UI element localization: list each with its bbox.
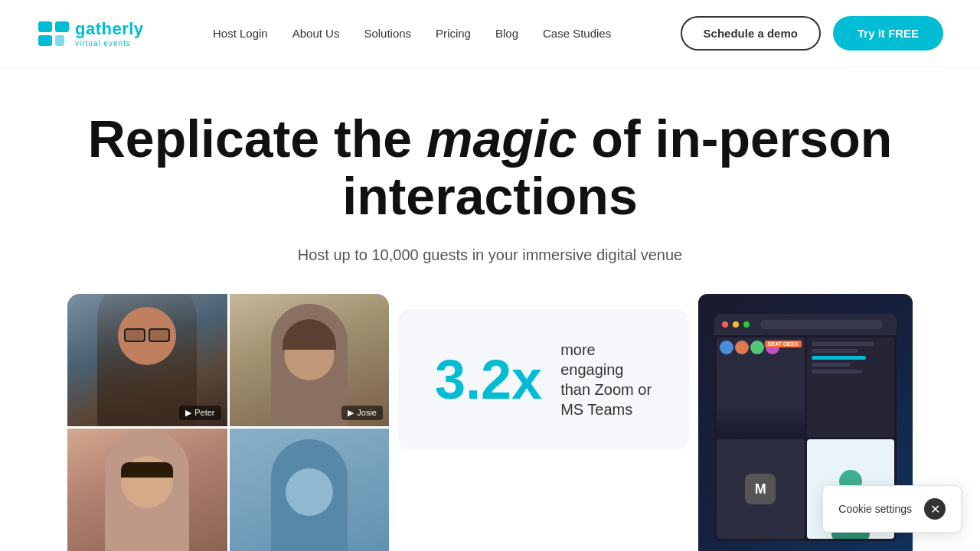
chat-line-4 xyxy=(812,363,851,367)
avatar-2 xyxy=(735,341,749,354)
nav-pricing[interactable]: Pricing xyxy=(436,27,471,40)
photo-person4 xyxy=(230,429,390,551)
stats-number: 3.2x xyxy=(435,352,542,407)
chat-line-1 xyxy=(812,342,874,346)
chat-line-3 xyxy=(812,356,867,360)
nav-blog[interactable]: Blog xyxy=(495,27,518,40)
hero-section: Replicate the magic of in-personinteract… xyxy=(0,67,980,294)
participant-panel: M xyxy=(717,439,805,539)
headline-italic: magic xyxy=(426,109,577,168)
name-tag-peter: ▶Peter xyxy=(179,406,220,420)
hero-headline: Replicate the magic of in-personinteract… xyxy=(31,110,949,225)
address-bar xyxy=(760,320,883,329)
cookie-banner: Cookie settings ✕ xyxy=(822,485,962,533)
name-tag-josie: ▶Josie xyxy=(341,406,383,420)
dot-red xyxy=(722,321,728,328)
dot-green xyxy=(743,321,750,328)
seat-geek-badge: SEAT GEEK xyxy=(765,341,802,347)
logo-sub: virtual events xyxy=(75,39,144,47)
svg-rect-2 xyxy=(38,35,52,46)
nav-host-login[interactable]: Host Login xyxy=(213,27,268,40)
photo-grid: ▶Peter ▶Josie xyxy=(67,294,389,551)
chat-line-5 xyxy=(812,370,863,373)
schedule-demo-button[interactable]: Schedule a demo xyxy=(681,16,821,51)
nav-links: Host Login About Us Solutions Pricing Bl… xyxy=(213,27,611,40)
stats-card: 3.2x more engaging than Zoom or MS Teams xyxy=(398,309,689,450)
avatar-3 xyxy=(750,341,764,354)
svg-rect-3 xyxy=(55,35,64,46)
cookie-label: Cookie settings xyxy=(838,503,912,515)
dot-yellow xyxy=(733,321,739,328)
avatar-1 xyxy=(720,341,733,354)
nav-about-us[interactable]: About Us xyxy=(292,27,340,40)
gradient-overlay xyxy=(717,406,805,437)
chat-panel xyxy=(807,337,895,437)
headline-before: Replicate the xyxy=(88,109,412,168)
headline-after: of in-personinteractions xyxy=(342,109,892,225)
nav-case-studies[interactable]: Case Studies xyxy=(543,27,611,40)
m-avatar: M xyxy=(745,474,776,504)
logo-link[interactable]: gatherly virtual events xyxy=(37,19,144,47)
logo-icon xyxy=(37,20,70,47)
venue-panel: SEAT GEEK xyxy=(717,337,805,437)
nav-ctas: Schedule a demo Try it FREE xyxy=(681,16,943,51)
cookie-close-button[interactable]: ✕ xyxy=(924,498,946,520)
hero-subtext: Host up to 10,000 guests in your immersi… xyxy=(31,243,949,266)
photo-peter: ▶Peter xyxy=(67,294,227,427)
chat-line-2 xyxy=(812,349,859,353)
nav-solutions[interactable]: Solutions xyxy=(364,27,411,40)
logo-brand: gatherly xyxy=(75,19,144,39)
screen-header xyxy=(714,314,897,335)
svg-rect-0 xyxy=(38,21,52,32)
photo-person3 xyxy=(67,429,227,551)
try-free-button[interactable]: Try it FREE xyxy=(833,16,943,51)
photo-josie: ▶Josie xyxy=(230,294,390,427)
navbar: gatherly virtual events Host Login About… xyxy=(0,0,980,67)
stats-description: more engaging than Zoom or MS Teams xyxy=(560,340,652,419)
svg-rect-1 xyxy=(55,21,69,32)
